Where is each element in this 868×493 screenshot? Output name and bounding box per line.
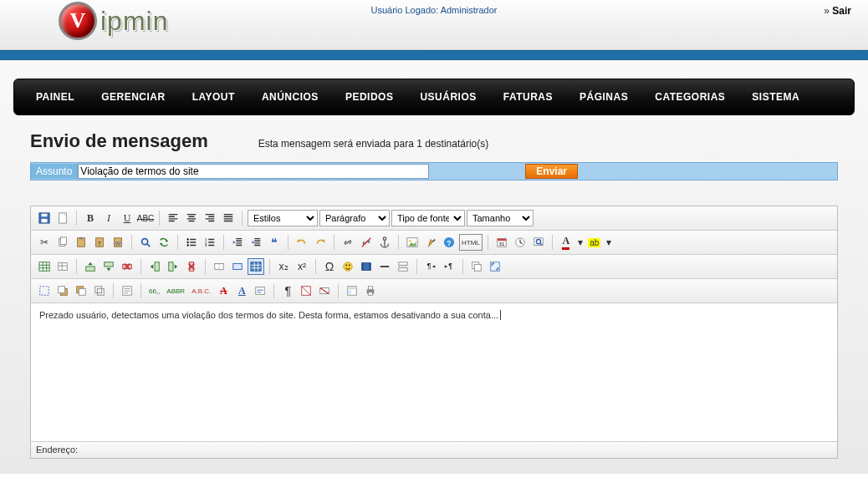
redo-icon[interactable] bbox=[312, 234, 329, 251]
hr-icon[interactable] bbox=[376, 258, 393, 275]
emoticon-icon[interactable] bbox=[340, 258, 356, 275]
underline-button[interactable]: U bbox=[119, 210, 135, 226]
col-delete-icon[interactable] bbox=[183, 258, 200, 275]
align-justify-icon[interactable] bbox=[220, 210, 237, 226]
logout-link[interactable]: Sair bbox=[832, 5, 851, 17]
cite-icon[interactable]: 66,, bbox=[146, 282, 162, 299]
subject-input[interactable] bbox=[78, 164, 429, 179]
forecolor-dropdown-icon[interactable]: ▾ bbox=[576, 234, 585, 251]
nav-gerenciar[interactable]: GERENCIAR bbox=[88, 79, 179, 114]
html-icon[interactable]: HTML bbox=[459, 234, 483, 251]
newdoc-icon[interactable] bbox=[54, 210, 71, 226]
paste-text-icon[interactable]: T bbox=[91, 234, 108, 251]
visualchars-icon[interactable]: ¶ bbox=[279, 282, 296, 299]
ins-button[interactable]: A bbox=[233, 282, 250, 299]
font-select[interactable]: Tipo de fonte bbox=[391, 210, 465, 226]
nav-paginas[interactable]: PÁGINAS bbox=[566, 79, 641, 114]
row-delete-icon[interactable] bbox=[119, 258, 135, 275]
blockquote-icon[interactable]: ❝ bbox=[266, 234, 283, 251]
save-icon[interactable] bbox=[36, 210, 53, 226]
layer-backward-icon[interactable] bbox=[73, 282, 89, 299]
styleprops-icon[interactable] bbox=[119, 282, 135, 299]
top-bar: V ipmin Usuário Logado: Administrador » … bbox=[0, 0, 868, 50]
undo-icon[interactable] bbox=[294, 234, 310, 251]
link-icon[interactable] bbox=[340, 234, 356, 251]
align-left-icon[interactable] bbox=[165, 210, 181, 226]
anchor-icon[interactable] bbox=[376, 234, 393, 251]
backcolor-button[interactable]: ab bbox=[586, 234, 603, 251]
superscript-button[interactable]: x² bbox=[294, 258, 310, 275]
svg-rect-8 bbox=[79, 237, 83, 240]
nav-painel[interactable]: PAINEL bbox=[23, 79, 88, 114]
cell-split-icon[interactable] bbox=[211, 258, 227, 275]
cell-merge-icon[interactable] bbox=[229, 258, 246, 275]
attribs-icon[interactable] bbox=[252, 282, 268, 299]
toolbar-row-4: 66,, ABBR A.B.C. A A ¶ bbox=[31, 279, 837, 303]
nav-anuncios[interactable]: ANÚNCIOS bbox=[248, 79, 332, 114]
strikethrough-button[interactable]: ABC bbox=[137, 210, 154, 226]
nav-pedidos[interactable]: PEDIDOS bbox=[332, 79, 407, 114]
nav-sistema[interactable]: SISTEMA bbox=[738, 79, 813, 114]
fullscreen-icon[interactable] bbox=[487, 258, 503, 275]
svg-text:¶: ¶ bbox=[448, 262, 452, 270]
subscript-button[interactable]: x₂ bbox=[275, 258, 292, 275]
bullet-list-icon[interactable] bbox=[183, 234, 200, 251]
col-before-icon[interactable] bbox=[146, 258, 163, 275]
help-icon[interactable]: ? bbox=[441, 234, 457, 251]
size-select[interactable]: Tamanho bbox=[467, 210, 534, 226]
nav-layout[interactable]: LAYOUT bbox=[179, 79, 248, 114]
rtl-icon[interactable]: ¶ bbox=[441, 258, 457, 275]
align-center-icon[interactable] bbox=[183, 210, 200, 226]
copy-icon[interactable] bbox=[54, 234, 71, 251]
layer-insert-icon[interactable] bbox=[91, 282, 108, 299]
abbr-button[interactable]: ABBR bbox=[164, 282, 187, 299]
find-icon[interactable] bbox=[137, 234, 154, 251]
subject-row: Assunto Enviar bbox=[30, 162, 838, 180]
template-icon[interactable] bbox=[344, 282, 360, 299]
svg-marker-54 bbox=[175, 264, 178, 268]
charmap-button[interactable]: Ω bbox=[321, 258, 338, 275]
paste-icon[interactable] bbox=[73, 234, 89, 251]
nav-categorias[interactable]: CATEGORIAS bbox=[641, 79, 738, 114]
indent-icon[interactable] bbox=[248, 234, 264, 251]
acronym-button[interactable]: A.B.C. bbox=[189, 282, 213, 299]
layer-forward-icon[interactable] bbox=[54, 282, 71, 299]
forecolor-button[interactable]: A bbox=[558, 234, 574, 251]
preview-icon[interactable] bbox=[530, 234, 547, 251]
styles-select[interactable]: Estilos bbox=[248, 210, 318, 226]
image-icon[interactable] bbox=[404, 234, 421, 251]
backcolor-dropdown-icon[interactable]: ▾ bbox=[605, 234, 613, 251]
number-list-icon[interactable]: 123 bbox=[202, 234, 218, 251]
date-icon[interactable]: 31 bbox=[493, 234, 510, 251]
pagebreak-icon[interactable] bbox=[395, 258, 411, 275]
ltr-icon[interactable]: ¶ bbox=[422, 258, 439, 275]
visualblocks-icon[interactable] bbox=[298, 282, 314, 299]
send-button[interactable]: Enviar bbox=[525, 164, 578, 179]
italic-button[interactable]: I bbox=[100, 210, 117, 226]
paste-word-icon[interactable]: W bbox=[110, 234, 126, 251]
paragraph-select[interactable]: Parágrafo bbox=[319, 210, 390, 226]
table-icon[interactable] bbox=[36, 258, 53, 275]
cell-props-icon[interactable] bbox=[248, 258, 264, 275]
align-right-icon[interactable] bbox=[202, 210, 218, 226]
nonbreaking-icon[interactable] bbox=[316, 282, 333, 299]
row-before-icon[interactable] bbox=[82, 258, 99, 275]
time-icon[interactable] bbox=[512, 234, 528, 251]
cut-icon[interactable]: ✂ bbox=[36, 234, 53, 251]
unlink-icon[interactable] bbox=[358, 234, 375, 251]
layer-icon[interactable] bbox=[468, 258, 485, 275]
cleanup-icon[interactable] bbox=[422, 234, 439, 251]
nav-faturas[interactable]: FATURAS bbox=[490, 79, 566, 114]
outdent-icon[interactable] bbox=[229, 234, 246, 251]
replace-icon[interactable] bbox=[156, 234, 172, 251]
media-icon[interactable] bbox=[358, 258, 375, 275]
bold-button[interactable]: B bbox=[82, 210, 99, 226]
absolute-icon[interactable] bbox=[36, 282, 53, 299]
row-after-icon[interactable] bbox=[100, 258, 117, 275]
editor-body[interactable]: Prezado usuário, detectamos uma violação… bbox=[31, 303, 837, 441]
del-button[interactable]: A bbox=[215, 282, 232, 299]
nav-usuarios[interactable]: USUÁRIOS bbox=[406, 79, 489, 114]
print-icon[interactable] bbox=[362, 282, 379, 299]
col-after-icon[interactable] bbox=[165, 258, 181, 275]
table-props-icon[interactable] bbox=[54, 258, 71, 275]
